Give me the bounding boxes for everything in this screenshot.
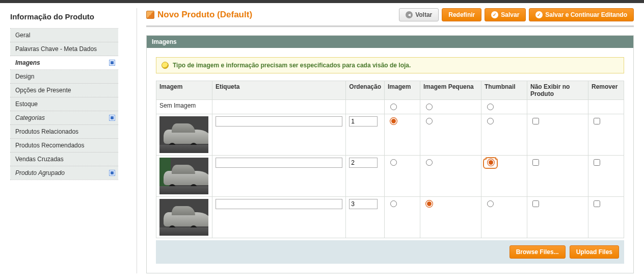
section-body: Tipo de imagem e informação precisam ser… (147, 48, 633, 273)
exclude-checkbox[interactable] (532, 200, 539, 207)
th-remove: Remover (588, 81, 624, 100)
product-thumbnail[interactable] (159, 158, 208, 194)
th-label: Etiqueta (212, 81, 346, 100)
product-thumbnail[interactable] (159, 199, 208, 236)
label-input[interactable] (216, 116, 342, 127)
radio-thumb[interactable] (487, 200, 494, 207)
sidebar-item-label: Categorias (15, 114, 45, 121)
radio-small[interactable] (426, 159, 433, 166)
sidebar-item-label: Opções de Presente (15, 87, 71, 94)
th-small: Imagem Pequena (420, 81, 481, 100)
order-input[interactable] (349, 199, 378, 209)
product-cube-icon (146, 11, 154, 19)
sidebar-item-label: Imagens (15, 59, 40, 66)
section-title: Imagens (147, 36, 633, 48)
cell-empty (212, 100, 346, 114)
exclude-checkbox[interactable] (532, 118, 539, 124)
sidebar-menu: Geral Palavras Chave - Meta Dados Imagen… (10, 28, 118, 180)
button-label: Browse Files... (516, 248, 559, 256)
collapse-icon (109, 170, 115, 176)
th-exclude: Não Exibir no Produto (527, 81, 588, 100)
button-label: Salvar e Continuar Editando (545, 11, 627, 19)
button-label: Redefinir (448, 11, 475, 19)
sidebar-item-presente[interactable]: Opções de Presente (10, 84, 118, 97)
button-label: Voltar (415, 11, 432, 19)
exclude-checkbox[interactable] (532, 159, 539, 166)
sidebar-item-label: Design (15, 73, 34, 80)
sidebar-item-design[interactable]: Design (10, 70, 118, 84)
radio-image-none[interactable] (390, 104, 397, 110)
images-section: Imagens Tipo de imagem e informação prec… (146, 35, 634, 273)
table-row-noimage: Sem Imagem (156, 100, 624, 114)
remove-checkbox[interactable] (594, 118, 600, 124)
save-continue-button[interactable]: ✓ Salvar e Continuar Editando (529, 8, 634, 21)
upload-bar: Browse Files... Upload Files (156, 240, 624, 264)
sidebar-item-categorias[interactable]: Categorias (10, 111, 118, 125)
radio-image[interactable] (390, 200, 397, 207)
radio-small[interactable] (425, 200, 433, 208)
th-order: Ordenação (346, 81, 385, 100)
th-image: Imagem (156, 81, 212, 100)
radio-thumb[interactable] (487, 159, 495, 166)
page-title-text: Novo Produto (Default) (157, 10, 252, 20)
check-icon: ✓ (491, 11, 498, 18)
cell-empty (527, 100, 588, 114)
th-thumb: Thumbnail (481, 81, 527, 100)
check-icon: ✓ (535, 11, 543, 18)
save-button[interactable]: ✓ Salvar (485, 8, 526, 21)
th-radio-image: Imagem (385, 81, 420, 100)
sidebar-title: Informação do Produto (10, 12, 118, 21)
sidebar-item-estoque[interactable]: Estoque (10, 97, 118, 111)
radio-thumb-none[interactable] (487, 104, 494, 110)
table-row (156, 114, 624, 156)
remove-checkbox[interactable] (594, 159, 600, 166)
table-row (156, 156, 624, 197)
cell-empty (588, 100, 624, 114)
sidebar-item-label: Produtos Recomendados (15, 142, 84, 149)
cell-empty (346, 100, 385, 114)
sidebar-item-recomendados[interactable]: Produtos Recomendados (10, 139, 118, 153)
sidebar-item-label: Estoque (15, 100, 38, 108)
radio-small[interactable] (426, 118, 433, 124)
radio-thumb[interactable] (487, 118, 494, 124)
lightbulb-icon (162, 62, 169, 69)
sidebar: Informação do Produto Geral Palavras Cha… (10, 8, 118, 273)
sidebar-item-agrupado[interactable]: Produto Agrupado (10, 166, 118, 180)
main-content: Novo Produto (Default) ◄ Voltar Redefini… (137, 8, 634, 273)
header-buttons: ◄ Voltar Redefinir ✓ Salvar ✓ Salvar e C… (399, 8, 634, 21)
sidebar-item-label: Produtos Relacionados (15, 128, 78, 135)
notice-text: Tipo de imagem e informação precisam ser… (173, 62, 411, 69)
radio-image[interactable] (390, 159, 397, 166)
page-title: Novo Produto (Default) (146, 10, 252, 20)
sidebar-item-imagens[interactable]: Imagens (10, 56, 118, 70)
order-input[interactable] (349, 158, 378, 168)
collapse-icon (109, 115, 115, 121)
sidebar-item-relacionados[interactable]: Produtos Relacionados (10, 125, 118, 139)
sidebar-item-cruzadas[interactable]: Vendas Cruzadas (10, 153, 118, 166)
back-arrow-icon: ◄ (406, 11, 413, 18)
radio-image[interactable] (390, 117, 397, 125)
sidebar-item-label: Produto Agrupado (15, 169, 65, 176)
back-button[interactable]: ◄ Voltar (399, 8, 439, 21)
upload-files-button[interactable]: Upload Files (570, 245, 619, 259)
radio-small-none[interactable] (426, 104, 433, 110)
browse-files-button[interactable]: Browse Files... (509, 245, 566, 259)
label-input[interactable] (216, 199, 342, 209)
order-input[interactable] (349, 116, 378, 127)
label-input[interactable] (216, 158, 342, 168)
no-image-label: Sem Imagem (156, 100, 212, 114)
images-table: Imagem Etiqueta Ordenação Imagem Imagem … (156, 81, 624, 238)
header-divider (146, 26, 634, 27)
sidebar-item-geral[interactable]: Geral (10, 29, 118, 42)
sidebar-item-label: Vendas Cruzadas (15, 156, 64, 163)
collapse-icon (109, 60, 115, 66)
sidebar-item-label: Palavras Chave - Meta Dados (15, 45, 97, 53)
product-thumbnail[interactable] (159, 116, 208, 153)
button-label: Upload Files (576, 248, 612, 256)
sidebar-item-meta[interactable]: Palavras Chave - Meta Dados (10, 42, 118, 56)
sidebar-item-label: Geral (15, 32, 30, 39)
remove-checkbox[interactable] (594, 200, 600, 207)
table-row (156, 197, 624, 238)
page-header: Novo Produto (Default) ◄ Voltar Redefini… (146, 8, 634, 21)
reset-button[interactable]: Redefinir (442, 8, 481, 21)
